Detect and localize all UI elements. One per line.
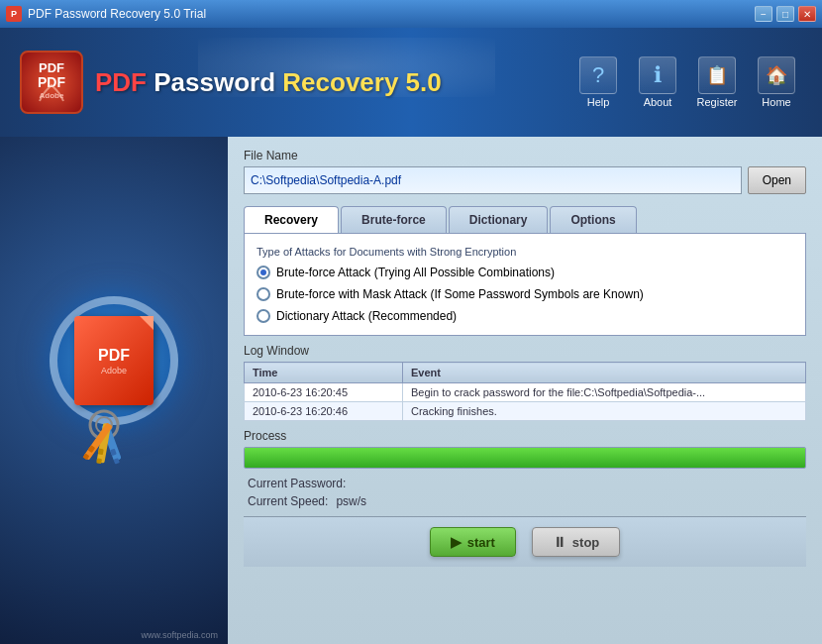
title-password: Password: [154, 67, 282, 97]
app-title: PDF Password Recovery 5.0: [95, 67, 442, 98]
log-event-2: Cracking finishes.: [403, 402, 806, 421]
log-section: Log Window Time Event 2010-6-23 16:20:45…: [244, 344, 806, 421]
attack-type-title: Type of Attacks for Documents with Stron…: [257, 246, 793, 258]
app-logo-icon: PDF Adobe: [20, 51, 83, 114]
radio-item-3[interactable]: Dictionary Attack (Recommended): [257, 309, 793, 323]
titlebar-title: PDF Password Recovery 5.0 Trial: [28, 7, 206, 21]
main-content: PDF Adobe: [0, 137, 822, 644]
tab-recovery[interactable]: Recovery: [244, 206, 339, 233]
minimize-button[interactable]: −: [755, 6, 772, 22]
app-header: PDF Adobe PDF Password Recovery 5.0 ? He…: [0, 28, 822, 137]
current-password-label: Current Password:: [248, 477, 346, 490]
tab-bar: Recovery Brute-force Dictionary Options …: [244, 202, 806, 336]
tab-dictionary[interactable]: Dictionary: [449, 206, 549, 233]
bottom-bar: ▶ start ⏸ stop: [244, 516, 806, 567]
titlebar: P PDF Password Recovery 5.0 Trial − □ ✕: [0, 0, 822, 28]
radio-dot-3: [257, 309, 270, 323]
logo-area: PDF Adobe PDF Password Recovery 5.0: [20, 51, 442, 114]
nav-register-label: Register: [697, 96, 738, 108]
right-panel: File Name Open Recovery Brute-force Dict…: [228, 137, 822, 644]
keys-svg: [50, 405, 178, 484]
title-pdf: PDF: [95, 67, 154, 97]
app-icon: P: [6, 6, 22, 22]
file-label: File Name: [244, 149, 806, 162]
current-speed-label: Current Speed:: [248, 494, 328, 508]
maximize-button[interactable]: □: [776, 6, 794, 22]
tab-options[interactable]: Options: [550, 206, 636, 233]
start-button[interactable]: ▶ start: [430, 527, 516, 557]
nav-help-label: Help: [587, 96, 610, 108]
left-panel: PDF Adobe: [0, 137, 228, 644]
log-time-1: 2010-6-23 16:20:45: [245, 383, 403, 402]
pdf-icon-text: PDF: [98, 346, 130, 365]
log-event-1: Begin to crack password for the file:C:\…: [403, 383, 806, 402]
log-row-1: 2010-6-23 16:20:45 Begin to crack passwo…: [245, 383, 806, 402]
register-icon: 📋: [698, 56, 736, 94]
nav-home-label: Home: [762, 96, 790, 108]
log-label: Log Window: [244, 344, 806, 358]
radio-dot-2: [257, 287, 270, 301]
nav-help[interactable]: ? Help: [572, 56, 624, 108]
progress-bar-outer: [244, 447, 806, 469]
about-icon: ℹ: [639, 56, 676, 94]
stop-button[interactable]: ⏸ stop: [532, 527, 620, 557]
process-row-speed: Current Speed: psw/s: [248, 494, 802, 508]
svg-rect-6: [98, 448, 104, 455]
radio-label-3: Dictionary Attack (Recommended): [276, 309, 457, 323]
watermark: www.softpedia.com: [141, 630, 218, 640]
file-input[interactable]: [244, 166, 742, 194]
radio-item-1[interactable]: Brute-force Attack (Trying All Possible …: [257, 266, 793, 279]
window-controls[interactable]: − □ ✕: [755, 6, 816, 22]
nav-about-label: About: [644, 96, 672, 108]
radio-item-2[interactable]: Brute-force with Mask Attack (If Some Pa…: [257, 287, 793, 301]
process-row-password: Current Password:: [248, 477, 802, 490]
log-row-2: 2010-6-23 16:20:46 Cracking finishes.: [245, 402, 806, 421]
radio-dot-1: [257, 266, 270, 279]
progress-bar-inner: [245, 448, 805, 468]
tabs-container: Recovery Brute-force Dictionary Options: [244, 206, 806, 233]
help-icon: ?: [579, 56, 617, 94]
stop-label: stop: [572, 535, 599, 550]
file-row: Open: [244, 166, 806, 194]
start-icon: ▶: [451, 534, 462, 550]
log-time-2: 2010-6-23 16:20:46: [245, 402, 403, 421]
open-button[interactable]: Open: [748, 166, 806, 194]
process-info: Current Password: Current Speed: psw/s: [244, 477, 806, 508]
header-nav: ? Help ℹ About 📋 Register 🏠 Home: [572, 56, 802, 108]
tab-bruteforce[interactable]: Brute-force: [341, 206, 447, 233]
start-label: start: [467, 535, 495, 550]
log-col-time: Time: [245, 363, 403, 383]
close-button[interactable]: ✕: [798, 6, 816, 22]
radio-label-1: Brute-force Attack (Trying All Possible …: [276, 266, 555, 279]
pdf-icon: PDF Adobe: [74, 316, 154, 405]
nav-register[interactable]: 📋 Register: [691, 56, 743, 108]
home-icon: 🏠: [758, 56, 795, 94]
nav-home[interactable]: 🏠 Home: [751, 56, 802, 108]
keys-area: [50, 405, 178, 484]
svg-rect-7: [96, 458, 102, 464]
process-section: Process Current Password: Current Speed:…: [244, 429, 806, 508]
log-col-event: Event: [403, 363, 806, 383]
title-recovery: Recovery 5.0: [282, 67, 441, 97]
current-speed-value: psw/s: [336, 494, 366, 508]
tab-content: Type of Attacks for Documents with Stron…: [244, 233, 806, 336]
file-section: File Name Open: [244, 149, 806, 194]
titlebar-left: P PDF Password Recovery 5.0 Trial: [6, 6, 206, 22]
log-table: Time Event 2010-6-23 16:20:45 Begin to c…: [244, 362, 806, 421]
stop-icon: ⏸: [553, 534, 566, 550]
nav-about[interactable]: ℹ About: [632, 56, 683, 108]
pdf-icon-subtext: Adobe: [101, 366, 127, 376]
process-label: Process: [244, 429, 806, 443]
radio-label-2: Brute-force with Mask Attack (If Some Pa…: [276, 287, 644, 301]
radio-group: Brute-force Attack (Trying All Possible …: [257, 266, 793, 323]
